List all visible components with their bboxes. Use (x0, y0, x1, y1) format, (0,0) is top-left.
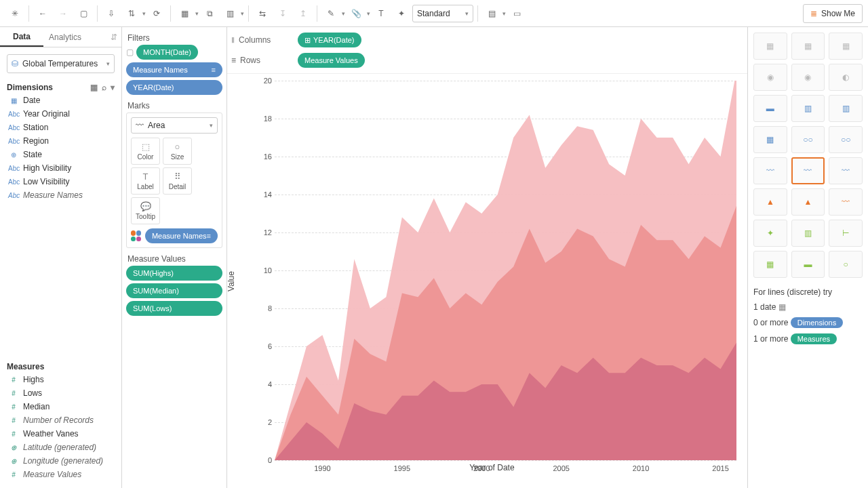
field-state[interactable]: ⊕State (4, 148, 117, 161)
cards-button[interactable]: ▤ (482, 4, 501, 23)
mark-tooltip-button[interactable]: 💬Tooltip (131, 197, 160, 224)
back-button[interactable]: ← (33, 4, 52, 23)
showme-chart-11[interactable]: ○○ (829, 126, 863, 153)
swap-button[interactable]: ⇆ (253, 4, 272, 23)
showme-chart-19[interactable]: ▥ (791, 220, 825, 247)
showme-chart-18[interactable]: ✦ (753, 220, 787, 247)
columns-pill[interactable]: ⊞YEAR(Date) (298, 33, 361, 47)
showme-chart-0[interactable]: ▦ (753, 33, 787, 60)
field-year-original[interactable]: AbcYear Original (4, 107, 117, 121)
showme-chart-6[interactable]: ▬ (753, 95, 787, 122)
mark-detail-button[interactable]: ⠿Detail (163, 167, 192, 195)
mv-pill-sum-median-[interactable]: SUM(Median) (126, 283, 222, 298)
rows-pill[interactable]: Measure Values (298, 53, 365, 68)
new-worksheet-button[interactable]: ▦ (175, 4, 194, 23)
showme-chart-2[interactable]: ▦ (829, 33, 863, 60)
field-low-visibility[interactable]: AbcLow Visibility (4, 175, 117, 188)
field-high-visibility[interactable]: AbcHigh Visibility (4, 161, 117, 175)
showme-chart-5[interactable]: ◐ (829, 64, 863, 91)
tab-analytics[interactable]: Analytics (43, 27, 87, 47)
dimensions-menu-icon[interactable]: ▾ (111, 83, 115, 92)
field-date[interactable]: ▦Date (4, 94, 117, 107)
field-latitude-generated-[interactable]: ⊕Latitude (generated) (4, 441, 117, 454)
auto-update-button[interactable]: ⇅ (122, 4, 141, 23)
group-button[interactable]: 📎 (347, 4, 366, 23)
sort-desc-button[interactable]: ↥ (294, 4, 313, 23)
search-icon[interactable]: ⌕ (102, 83, 106, 92)
showme-chart-3[interactable]: ◉ (753, 64, 787, 91)
duplicate-button[interactable]: ⧉ (200, 4, 219, 23)
highlight-button[interactable]: ✎ (321, 4, 340, 23)
view-list-icon[interactable]: ▦ (90, 83, 98, 92)
field-measure-names[interactable]: AbcMeasure Names (4, 188, 117, 202)
field-label: Region (23, 136, 49, 146)
clear-button[interactable]: ▥ (220, 4, 239, 23)
mv-pill-sum-highs-[interactable]: SUM(Highs) (126, 266, 222, 281)
tab-data[interactable]: Data (0, 27, 43, 47)
mark-type-select[interactable]: 〰 Area ▾ (131, 117, 218, 134)
field-label: State (23, 150, 42, 159)
showme-chart-14[interactable]: 〰 (829, 157, 863, 184)
filters-header: Filters (126, 31, 222, 45)
showme-chart-9[interactable]: ▦ (753, 126, 787, 153)
showme-chart-20[interactable]: ⊢ (829, 220, 863, 247)
pin-button[interactable]: ✦ (392, 4, 411, 23)
field-weather-vanes[interactable]: #Weather Vanes (4, 427, 117, 441)
field-label: Number of Records (23, 415, 94, 425)
x-tick: 1990 (314, 464, 330, 472)
forward-button[interactable]: → (54, 4, 73, 23)
tableau-logo-icon[interactable]: ✳ (5, 4, 24, 23)
new-datasource-button[interactable]: ⇩ (102, 4, 121, 23)
field-median[interactable]: #Median (4, 400, 117, 413)
showme-chart-22[interactable]: ▬ (791, 251, 825, 278)
tabs-menu-icon[interactable]: ⇵ (87, 27, 121, 47)
refresh-button[interactable]: ⟳ (147, 4, 166, 23)
save-button[interactable]: ▢ (74, 4, 93, 23)
showme-chart-17[interactable]: 〰 (829, 188, 863, 216)
mark-size-button[interactable]: ○Size (163, 138, 192, 165)
filter-context-icon[interactable]: ▢ (126, 47, 134, 57)
showme-chart-12[interactable]: 〰 (753, 157, 787, 184)
presentation-button[interactable]: ▭ (507, 4, 526, 23)
datasource-select[interactable]: ⛁ Global Temperatures ▾ (7, 54, 115, 73)
mark-color-button[interactable]: ⬚Color (131, 138, 160, 165)
field-label: Year Original (23, 109, 70, 119)
showme-chart-10[interactable]: ○○ (791, 126, 825, 153)
mark-label-button[interactable]: TLabel (131, 167, 160, 195)
hash-icon: # (8, 390, 19, 397)
y-tick: 8 (248, 304, 272, 312)
measures-header: Measures (7, 362, 44, 371)
chart-area[interactable]: Value 0246810121416182019901995200020052… (227, 74, 747, 488)
globe-icon: ⊕ (8, 151, 19, 159)
field-station[interactable]: AbcStation (4, 121, 117, 134)
filter-pill-month-date-[interactable]: MONTH(Date) (136, 45, 198, 60)
rows-label: Rows (240, 56, 260, 65)
abc-icon: Abc (8, 110, 19, 118)
field-highs[interactable]: #Highs (4, 373, 117, 386)
showme-chart-4[interactable]: ◉ (791, 64, 825, 91)
labels-button[interactable]: T (372, 4, 391, 23)
marks-color-pill[interactable]: Measure Names≡ (145, 228, 218, 243)
showme-chart-13[interactable]: 〰 (791, 157, 825, 184)
showme-chart-15[interactable]: ▲ (753, 188, 787, 216)
showme-chart-16[interactable]: ▲ (791, 188, 825, 216)
sort-asc-button[interactable]: ↧ (273, 4, 292, 23)
showme-chart-8[interactable]: ▥ (829, 95, 863, 122)
showme-button[interactable]: ≣ Show Me (803, 4, 863, 23)
detail-icon: ⠿ (174, 171, 181, 182)
showme-chart-21[interactable]: ▦ (753, 251, 787, 278)
date-icon: ▦ (8, 97, 19, 104)
filter-pill-year-date-[interactable]: YEAR(Date) (126, 80, 222, 95)
hash-icon: # (8, 430, 19, 438)
field-longitude-generated-[interactable]: ⊕Longitude (generated) (4, 454, 117, 468)
showme-chart-7[interactable]: ▥ (791, 95, 825, 122)
field-region[interactable]: AbcRegion (4, 134, 117, 148)
mv-pill-sum-lows-[interactable]: SUM(Lows) (126, 301, 222, 316)
showme-chart-23[interactable]: ○ (829, 251, 863, 278)
field-number-of-records[interactable]: #Number of Records (4, 413, 117, 427)
filter-pill-measure-names[interactable]: Measure Names≡ (126, 62, 222, 77)
fit-select[interactable]: Standard▾ (412, 5, 473, 22)
field-measure-values[interactable]: #Measure Values (4, 468, 117, 481)
showme-chart-1[interactable]: ▦ (791, 33, 825, 60)
field-lows[interactable]: #Lows (4, 386, 117, 400)
